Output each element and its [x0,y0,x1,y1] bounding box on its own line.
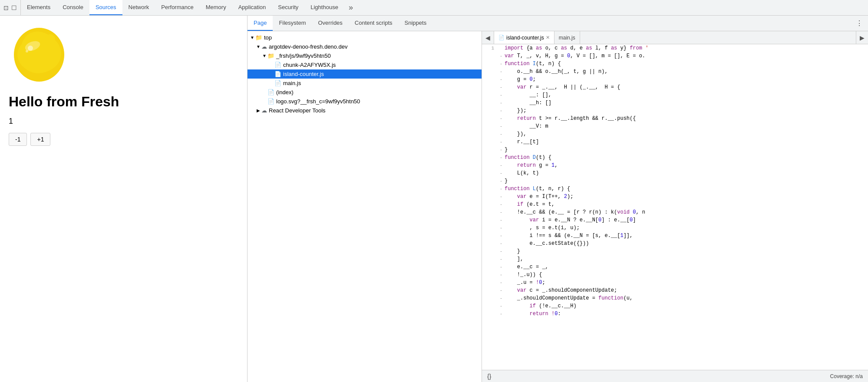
code-tab-island-counter[interactable]: 📄 island-counter.js ✕ [494,31,554,44]
code-line: - g = 0; [482,76,868,83]
code-line: - var e = I(T++, 2); [482,193,868,201]
file-icon-main: 📄 [274,80,281,86]
tab-performance[interactable]: Performance [155,0,199,15]
subtab-filesystem[interactable]: Filesystem [273,16,312,31]
code-line: - _.u = !0; [482,279,868,286]
increment-button[interactable]: +1 [30,133,50,146]
code-line: - var T, _, v, H, g = 0, V = [], m = [],… [482,52,868,60]
tree-label-frsh: _frsh/js/9wf9yv5htn50 [276,53,331,59]
tree-label-island-counter: island-counter.js [283,71,324,77]
close-tab-island[interactable]: ✕ [546,35,550,40]
cloud-folder-icon-argotdev: ☁ [261,43,267,50]
cursor-icon[interactable]: ⊡ [3,4,9,11]
code-line: - } [482,146,868,154]
device-icon[interactable]: ☐ [11,4,17,11]
devtools-tabs: Elements Console Sources Network Perform… [21,0,868,15]
tree-item-main[interactable]: 📄 main.js [248,79,482,88]
code-tab-right-arrow[interactable]: ▶ [856,31,868,44]
tree-item-top[interactable]: 📁 top [248,33,482,42]
svg-point-3 [28,46,33,51]
code-line: - !e.__c && (e.__ = [r ? r(n) : k(void 0… [482,208,868,216]
file-icon-chunk: 📄 [274,62,281,68]
tab-console[interactable]: Console [56,0,89,15]
code-line: - var c = _.shouldComponentUpdate; [482,286,868,294]
preview-heading: Hello from Fresh [9,94,238,110]
file-icon-tab-island: 📄 [498,35,505,40]
counter-buttons: -1 +1 [9,133,238,146]
tree-label-logo: logo.svg?__frsh_c=9wf9yv5htn50 [276,98,360,105]
code-line: - }); [482,107,868,115]
tab-elements[interactable]: Elements [21,0,56,15]
code-line: - e.__c.setState({})) [482,240,868,247]
code-line: - e.__c = _, [482,263,868,271]
code-line: - return !0: [482,310,868,318]
tab-application[interactable]: Application [232,0,272,15]
code-line: - if (!e.__c.__H) [482,302,868,310]
code-editor-area: ◀ 📄 island-counter.js ✕ main.js ▶ 1 [482,31,868,382]
more-subtabs-icon[interactable]: ⋮ [851,19,868,27]
code-line: - o.__h && o.__h(_, t, g || n), [482,68,868,76]
code-tab-left-arrow[interactable]: ◀ [482,31,494,44]
tree-item-react-devtools[interactable]: ☁ React Developer Tools [248,106,482,115]
code-line: - }), [482,130,868,138]
tree-item-chunk[interactable]: 📄 chunk-A2AFYW5X.js [248,60,482,69]
sources-subtabs: Page Filesystem Overrides Content script… [248,16,868,31]
code-line: - __h: [] [482,99,868,107]
code-line: - function I(t, n) { [482,60,868,68]
code-line: - var i = e.__N ? e.__N[0] : e.__[0] [482,216,868,224]
code-line: - L(k, t) [482,169,868,177]
counter-value: 1 [9,117,238,126]
code-line: - __V: m [482,122,868,130]
tree-item-frsh[interactable]: 📁 _frsh/js/9wf9yv5htn50 [248,51,482,60]
code-line: - ], [482,255,868,263]
arrow-react-devtools [255,108,261,113]
devtools-topbar: ⊡ ☐ Elements Console Sources Network Per… [0,0,868,16]
coverage-status: Coverage: n/a [830,373,863,379]
more-tabs-icon[interactable]: » [344,3,357,12]
subtab-page[interactable]: Page [248,16,273,31]
code-line: - } [482,177,868,185]
tree-item-index[interactable]: 📄 (index) [248,88,482,97]
tree-item-argotdev[interactable]: ☁ argotdev-denoo-fresh.deno.dev [248,42,482,51]
arrow-frsh [261,53,267,58]
code-tabs: ◀ 📄 island-counter.js ✕ main.js ▶ [482,31,868,44]
subtab-content-scripts[interactable]: Content scripts [349,16,399,31]
subtab-overrides[interactable]: Overrides [312,16,349,31]
folder-icon-frsh: 📁 [267,53,274,59]
code-line: - r.__[t] [482,138,868,146]
devtools-panel: Page Filesystem Overrides Content script… [248,16,868,382]
devtools-topbar-icons: ⊡ ☐ [0,0,21,15]
code-tab-main[interactable]: main.js [554,31,580,44]
file-icon-island-counter: 📄 [274,71,281,77]
code-line: - return g = 1, [482,161,868,169]
code-editor[interactable]: 1 import {a as o, c as d, e as l, f as y… [482,44,868,370]
code-line: - i !== s && (e.__N = [s, e.__[1]], [482,232,868,240]
tab-memory[interactable]: Memory [200,0,232,15]
cloud-folder-icon-react: ☁ [261,107,267,114]
lemon-logo [9,24,69,85]
code-line: - return t >= r.__.length && r.__.push({ [482,115,868,122]
tree-label-index: (index) [276,89,294,96]
code-line: - if (e.t = t, [482,201,868,208]
tree-label-main: main.js [283,80,301,86]
subtab-snippets[interactable]: Snippets [399,16,433,31]
tab-security[interactable]: Security [272,0,304,15]
tree-label-chunk: chunk-A2AFYW5X.js [283,62,336,68]
code-line: - } [482,247,868,255]
arrow-argotdev [255,44,261,49]
code-line: - __: [], [482,91,868,99]
main-layout: Hello from Fresh 1 -1 +1 Page Filesystem… [0,16,868,382]
tree-item-island-counter[interactable]: 📄 island-counter.js [248,69,482,79]
code-footer: {} Coverage: n/a [482,370,868,382]
tree-label-argotdev: argotdev-denoo-fresh.deno.dev [269,43,347,50]
tab-lighthouse[interactable]: Lighthouse [304,0,344,15]
svg-point-4 [26,50,28,53]
tab-network[interactable]: Network [122,0,155,15]
tree-item-logo[interactable]: 📄 logo.svg?__frsh_c=9wf9yv5htn50 [248,97,482,106]
sources-content: 📁 top ☁ argotdev-denoo-fresh.deno.dev 📁 … [248,31,868,382]
preview-pane: Hello from Fresh 1 -1 +1 [0,16,248,382]
code-line: - _.shouldComponentUpdate = function(u, [482,294,868,302]
tab-sources[interactable]: Sources [89,0,122,15]
pretty-print-button[interactable]: {} [487,373,491,380]
decrement-button[interactable]: -1 [9,133,27,146]
